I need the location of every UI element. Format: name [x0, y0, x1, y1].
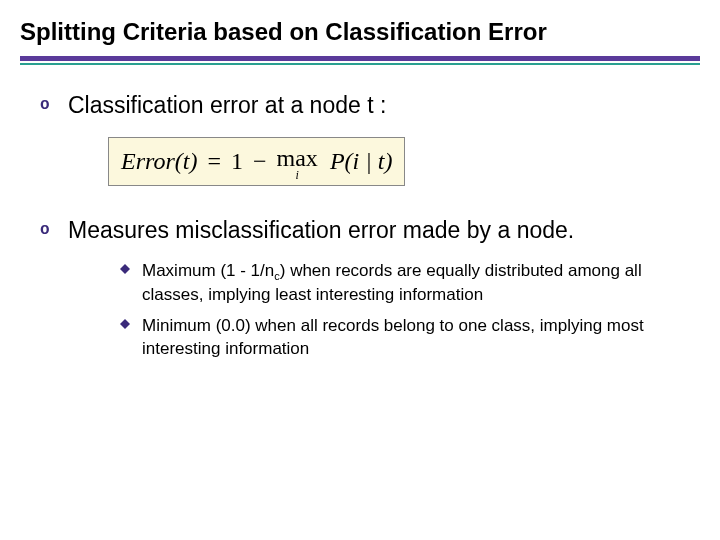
bullet-row-2: o Measures misclassification error made … [40, 216, 680, 246]
diamond-icon [120, 315, 142, 329]
formula-max: max [277, 146, 318, 170]
sub-row-1: Maximum (1 - 1/nc) when records are equa… [120, 260, 680, 307]
sub-text-2: Minimum (0.0) when all records belong to… [142, 315, 680, 361]
rule-purple [20, 56, 700, 61]
bullet-row-1: o Classification error at a node t : [40, 91, 680, 121]
formula-lhs: Error(t) [121, 148, 197, 174]
sub-text-1: Maximum (1 - 1/nc) when records are equa… [142, 260, 680, 307]
content-area: o Classification error at a node t : Err… [0, 65, 720, 361]
svg-marker-1 [120, 319, 130, 329]
formula-prob: P(i | t) [324, 148, 393, 174]
sub1-a: Maximum (1 - 1/n [142, 261, 274, 280]
formula-max-block: max i [277, 146, 318, 181]
formula-eq: = [203, 148, 225, 174]
bullet-text-2: Measures misclassification error made by… [68, 216, 574, 246]
formula-one: 1 [231, 148, 243, 174]
sub-row-2: Minimum (0.0) when all records belong to… [120, 315, 680, 361]
bullet-marker-o: o [40, 216, 68, 239]
formula-minus: − [249, 148, 271, 174]
diamond-icon [120, 260, 142, 274]
bullet-marker-o: o [40, 91, 68, 114]
formula-box: Error(t) = 1 − max i P(i | t) [108, 137, 405, 186]
bullet-text-1: Classification error at a node t : [68, 91, 386, 121]
svg-marker-0 [120, 264, 130, 274]
slide-title: Splitting Criteria based on Classificati… [0, 0, 720, 56]
formula-container: Error(t) = 1 − max i P(i | t) [108, 137, 680, 186]
title-underline [0, 56, 720, 65]
sub-list: Maximum (1 - 1/nc) when records are equa… [120, 260, 680, 361]
